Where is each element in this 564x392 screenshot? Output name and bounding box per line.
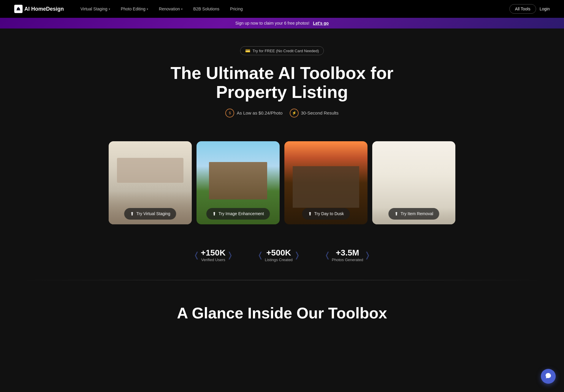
- hero-badge: 💳 Try for FREE (No Credit Card Needed): [240, 46, 324, 55]
- hero-stat-speed: ⚡ 30-Second Results: [290, 109, 339, 118]
- laurel-left-icon: ❬: [193, 250, 200, 260]
- card-virtual-staging[interactable]: ⬆ Try Virtual Staging: [109, 141, 192, 224]
- chevron-down-icon: ▾: [147, 7, 148, 11]
- stat-photos-generated: ❬ +3.5M Photos Generated ❭: [324, 248, 371, 262]
- nav-item-b2b[interactable]: B2B Solutions: [188, 4, 224, 14]
- card-label-virtual-staging: ⬆ Try Virtual Staging: [124, 208, 176, 220]
- logo-icon: AI: [14, 5, 23, 13]
- nav-links: Virtual Staging ▾ Photo Editing ▾ Renova…: [76, 4, 509, 14]
- banner-cta[interactable]: Let's go: [313, 21, 329, 26]
- promo-banner: Sign up now to claim your 6 free photos!…: [0, 18, 564, 28]
- stat-label-photos: Photos Generated: [332, 258, 363, 262]
- hero-section: 💳 Try for FREE (No Credit Card Needed) T…: [0, 28, 564, 141]
- lightning-icon: ⚡: [290, 109, 299, 118]
- nav-label-virtual-staging: Virtual Staging: [80, 7, 107, 11]
- card-day-to-dusk[interactable]: ⬆ Try Day to Dusk: [284, 141, 367, 224]
- upload-icon: ⬆: [212, 211, 216, 217]
- laurel-left-icon: ❬: [324, 250, 331, 260]
- stat-laurel-users: ❬ +150K Verified Users ❭: [193, 248, 233, 262]
- upload-icon: ⬆: [395, 211, 398, 217]
- navigation: AI AI HomeDesign Virtual Staging ▾ Photo…: [0, 0, 564, 18]
- card-label-item-removal: ⬆ Try Item Removal: [389, 208, 439, 220]
- toolbox-section: A Glance Inside Our Toolbox: [0, 280, 564, 340]
- stat-number-users: +150K: [201, 248, 226, 258]
- login-button[interactable]: Login: [540, 7, 550, 11]
- nav-item-renovation[interactable]: Renovation ▾: [154, 4, 187, 14]
- stat-number-listings: +500K: [265, 248, 293, 258]
- chat-icon: [545, 372, 552, 380]
- stat-listings-created: ❬ +500K Listings Created ❭: [257, 248, 300, 262]
- stat-laurel-photos: ❬ +3.5M Photos Generated ❭: [324, 248, 371, 262]
- card-label-image-enhancement: ⬆ Try Image Enhancement: [206, 208, 270, 220]
- nav-item-virtual-staging[interactable]: Virtual Staging ▾: [76, 4, 115, 14]
- nav-label-pricing: Pricing: [230, 7, 243, 11]
- dollar-icon: $: [225, 109, 234, 118]
- hero-stat-price-text: As Low as $0.24/Photo: [237, 110, 282, 115]
- logo[interactable]: AI AI HomeDesign: [14, 5, 64, 13]
- card-label-text: Try Item Removal: [401, 211, 433, 216]
- card-label-text: Try Virtual Staging: [136, 211, 170, 216]
- stat-label-listings: Listings Created: [265, 258, 293, 262]
- hero-stat-price: $ As Low as $0.24/Photo: [225, 109, 282, 118]
- stat-label-users: Verified Users: [201, 258, 226, 262]
- card-label-day-to-dusk: ⬆ Try Day to Dusk: [302, 208, 350, 220]
- toolbox-heading: A Glance Inside Our Toolbox: [18, 304, 546, 322]
- nav-label-photo-editing: Photo Editing: [121, 7, 145, 11]
- upload-icon: ⬆: [130, 211, 134, 217]
- chat-button[interactable]: [541, 369, 556, 384]
- laurel-right-icon: ❭: [227, 250, 233, 260]
- chevron-down-icon: ▾: [181, 7, 183, 11]
- card-item-removal[interactable]: ⬆ Try Item Removal: [372, 141, 455, 224]
- svg-text:AI: AI: [17, 8, 19, 11]
- hero-stats: $ As Low as $0.24/Photo ⚡ 30-Second Resu…: [12, 109, 552, 118]
- nav-label-renovation: Renovation: [159, 7, 180, 11]
- upload-icon: ⬆: [308, 211, 312, 217]
- chevron-down-icon: ▾: [109, 7, 110, 11]
- all-tools-button[interactable]: All Tools: [509, 4, 536, 14]
- stat-laurel-listings: ❬ +500K Listings Created ❭: [257, 248, 300, 262]
- stat-verified-users: ❬ +150K Verified Users ❭: [193, 248, 233, 262]
- nav-item-photo-editing[interactable]: Photo Editing ▾: [116, 4, 153, 14]
- stats-section: ❬ +150K Verified Users ❭ ❬ +500K Listing…: [0, 242, 564, 280]
- card-label-text: Try Image Enhancement: [218, 211, 264, 216]
- banner-text: Sign up now to claim your 6 free photos!: [235, 21, 310, 26]
- laurel-right-icon: ❭: [294, 250, 300, 260]
- nav-item-pricing[interactable]: Pricing: [225, 4, 248, 14]
- credit-card-icon: 💳: [245, 48, 250, 53]
- nav-right: All Tools Login: [509, 4, 550, 14]
- card-image-enhancement[interactable]: ⬆ Try Image Enhancement: [197, 141, 280, 224]
- hero-badge-text: Try for FREE (No Credit Card Needed): [253, 49, 319, 53]
- nav-label-b2b: B2B Solutions: [193, 7, 219, 11]
- hero-stat-speed-text: 30-Second Results: [301, 110, 339, 115]
- laurel-left-icon: ❬: [257, 250, 264, 260]
- card-label-text: Try Day to Dusk: [314, 211, 344, 216]
- laurel-right-icon: ❭: [364, 250, 371, 260]
- stat-number-photos: +3.5M: [332, 248, 363, 258]
- logo-text: AI HomeDesign: [24, 6, 64, 12]
- hero-heading: The Ultimate AI Toolbox for Property Lis…: [148, 64, 416, 101]
- feature-cards: ⬆ Try Virtual Staging ⬆ Try Image Enhanc…: [0, 141, 564, 242]
